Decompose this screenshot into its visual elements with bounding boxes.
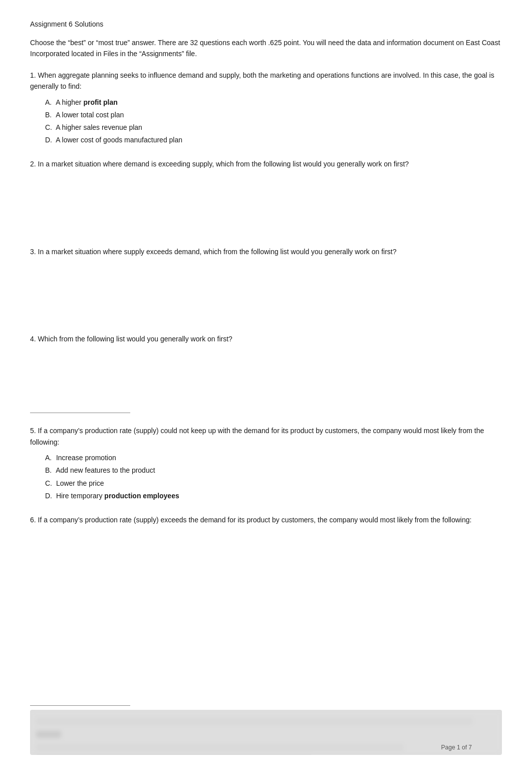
answer-1a-letter: A. xyxy=(45,96,54,109)
question-6: 6. If a company’s production rate (suppl… xyxy=(30,514,502,590)
question-1-text: 1. When aggregate planning seeks to infl… xyxy=(30,70,502,92)
question-1-number: 1. xyxy=(30,71,36,79)
answer-5c: C. Lower the price xyxy=(45,477,502,490)
answer-1b: B. A lower total cost plan xyxy=(45,109,502,121)
question-2-body: In a market situation where demand is ex… xyxy=(38,160,409,168)
intro-paragraph: Choose the “best” or “most true” answer.… xyxy=(30,37,502,60)
question-2-blank xyxy=(30,174,502,234)
question-2-text: 2. In a market situation where demand is… xyxy=(30,158,502,169)
question-6-body: If a company’s production rate (supply) … xyxy=(38,516,472,524)
answer-1c-text: A higher sales revenue plan xyxy=(56,123,142,131)
question-4-number: 4. xyxy=(30,335,36,343)
question-5-number: 5. xyxy=(30,427,36,435)
question-5-body: If a company’s production rate (supply) … xyxy=(30,427,484,446)
answer-1b-letter: B. xyxy=(45,109,54,121)
answer-1d-letter: D. xyxy=(45,134,54,146)
answer-5d-letter: D. xyxy=(45,490,54,502)
question-6-blank xyxy=(30,529,502,590)
answer-1c-letter: C. xyxy=(45,121,54,134)
answer-1d: D. A lower cost of goods manufactured pl… xyxy=(45,134,502,146)
question-2: 2. In a market situation where demand is… xyxy=(30,158,502,234)
answer-5a: A. Increase promotion xyxy=(45,452,502,464)
footer-area: Page 1 of 7 xyxy=(30,701,502,760)
answer-5b-text: Add new features to the product xyxy=(56,466,155,474)
answer-1d-text: A lower cost of goods manufactured plan xyxy=(56,136,182,144)
question-6-number: 6. xyxy=(30,516,36,524)
answer-1a-text: A higher profit plan xyxy=(56,98,118,106)
question-3: 3. In a market situation where supply ex… xyxy=(30,246,502,321)
question-3-text: 3. In a market situation where supply ex… xyxy=(30,246,502,257)
question-4-text: 4. Which from the following list would y… xyxy=(30,333,502,344)
footer-blur-line-2 xyxy=(36,744,404,751)
footer-blurred-content xyxy=(30,710,502,755)
footer-blur-badge xyxy=(36,731,61,738)
divider-line-2 xyxy=(30,705,130,706)
footer-blur-line-1 xyxy=(36,718,473,725)
answer-5b-letter: B. xyxy=(45,464,54,477)
question-1: 1. When aggregate planning seeks to infl… xyxy=(30,70,502,147)
answer-5d-bold: production employees xyxy=(104,492,179,500)
question-3-body: In a market situation where supply excee… xyxy=(38,248,397,256)
answer-5d-text: Hire temporary production employees xyxy=(56,492,179,500)
answer-5a-letter: A. xyxy=(45,452,54,464)
question-4: 4. Which from the following list would y… xyxy=(30,333,502,413)
question-5-answers: A. Increase promotion B. Add new feature… xyxy=(45,452,502,502)
question-4-blank xyxy=(30,348,502,409)
answer-5c-letter: C. xyxy=(45,477,54,490)
question-4-body: Which from the following list would you … xyxy=(38,335,232,343)
page-number: Page 1 of 7 xyxy=(441,744,472,751)
answer-5a-text: Increase promotion xyxy=(56,454,116,462)
question-3-blank xyxy=(30,261,502,321)
answer-5d: D. Hire temporary production employees xyxy=(45,490,502,502)
answer-1a: A. A higher profit plan xyxy=(45,96,502,109)
answer-1a-bold: profit plan xyxy=(83,98,117,106)
question-5-text: 5. If a company’s production rate (suppl… xyxy=(30,425,502,448)
answer-5c-text: Lower the price xyxy=(56,479,104,487)
question-6-text: 6. If a company’s production rate (suppl… xyxy=(30,514,502,525)
answer-1c: C. A higher sales revenue plan xyxy=(45,121,502,134)
divider-line-1 xyxy=(30,413,130,413)
footer-blur-line-3 xyxy=(36,754,312,755)
document-title: Assignment 6 Solutions xyxy=(30,20,502,28)
question-3-number: 3. xyxy=(30,248,36,256)
answer-5b: B. Add new features to the product xyxy=(45,464,502,477)
page-container: Assignment 6 Solutions Choose the “best”… xyxy=(0,0,532,780)
question-1-answers: A. A higher profit plan B. A lower total… xyxy=(45,96,502,147)
question-2-number: 2. xyxy=(30,160,36,168)
answer-1b-text: A lower total cost plan xyxy=(56,111,124,119)
question-1-body: When aggregate planning seeks to influen… xyxy=(30,71,494,90)
question-5: 5. If a company’s production rate (suppl… xyxy=(30,425,502,502)
